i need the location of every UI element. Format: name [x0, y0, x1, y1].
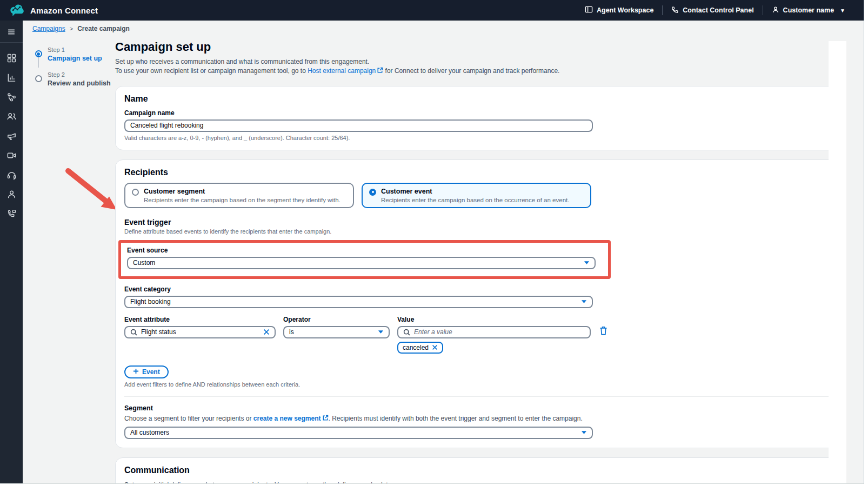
step-2-indicator	[35, 75, 42, 82]
page-description2-prefix: To use your own recipient list or campai…	[115, 67, 308, 75]
search-icon	[130, 329, 137, 336]
add-event-button[interactable]: Event	[124, 365, 169, 378]
scrollbar-gutter[interactable]	[829, 41, 846, 483]
agent-workspace-button[interactable]: Agent Workspace	[576, 5, 662, 15]
communication-description: Set up an initial delivery mode to engag…	[124, 481, 829, 484]
dashboard-icon[interactable]	[0, 48, 23, 68]
chevron-down-icon	[378, 328, 384, 336]
red-highlight-box: Event source Custom	[118, 240, 611, 279]
page-description-line2: To use your own recipient list or campai…	[115, 67, 838, 76]
step-connector-line	[38, 57, 39, 68]
radio-unselected-icon	[132, 189, 139, 196]
customer-name-label: Customer name	[783, 6, 834, 14]
breadcrumb-campaigns-link[interactable]: Campaigns	[32, 25, 65, 32]
breadcrumb-current: Create campaign	[77, 25, 130, 32]
value-field[interactable]	[397, 326, 591, 338]
step-navigation: Step 1 Campaign set up Step 2 Review and…	[35, 43, 116, 92]
value-token-row: canceled	[397, 342, 829, 354]
step-1-title[interactable]: Campaign set up	[48, 55, 102, 62]
top-navigation-bar: Amazon Connect Agent Workspace Contact C…	[0, 0, 864, 21]
profile-icon[interactable]	[0, 184, 23, 204]
breadcrumb-separator: >	[70, 25, 73, 32]
users-icon[interactable]	[0, 107, 23, 126]
contact-phone-icon[interactable]	[0, 204, 23, 223]
communication-card-title: Communication	[124, 466, 829, 475]
search-icon	[403, 329, 410, 336]
breadcrumb: Campaigns > Create campaign	[32, 25, 130, 32]
main-panel: Campaign set up Set up who receives a co…	[115, 40, 838, 484]
contact-control-panel-button[interactable]: Contact Control Panel	[663, 6, 762, 15]
clear-attribute-icon[interactable]	[263, 329, 270, 335]
delete-filter-button[interactable]	[599, 326, 607, 337]
headset-icon[interactable]	[0, 165, 23, 184]
operator-value: is	[289, 328, 294, 336]
app-window: Amazon Connect Agent Workspace Contact C…	[0, 0, 864, 484]
section-divider	[124, 396, 829, 397]
customer-name-menu[interactable]: Customer name ▼	[763, 6, 854, 15]
campaign-name-help: Valid characters are a-z, 0-9, - (hyphen…	[124, 135, 829, 141]
token-text: canceled	[403, 344, 429, 351]
customer-event-description: Recipients enter the campaign based on t…	[381, 197, 569, 203]
step-2-title[interactable]: Review and publish	[48, 79, 111, 87]
customer-segment-description: Recipients enter the campaign based on t…	[144, 197, 340, 203]
event-attribute-label: Event attribute	[124, 316, 276, 323]
agent-workspace-label: Agent Workspace	[597, 6, 653, 14]
workspace-panel-icon	[585, 5, 593, 15]
chevron-down-icon: ▼	[840, 8, 845, 14]
event-source-select[interactable]: Custom	[127, 257, 596, 269]
campaigns-icon[interactable]	[0, 126, 23, 145]
video-icon[interactable]	[0, 145, 23, 165]
segment-desc-suffix: . Recipients must identify with both the…	[329, 415, 583, 422]
plus-icon	[133, 368, 139, 376]
add-event-label: Event	[142, 368, 160, 376]
event-category-select[interactable]: Flight booking	[124, 296, 593, 308]
value-token-chip: canceled	[397, 342, 443, 354]
step-2: Step 2 Review and publish	[35, 68, 116, 92]
event-source-label: Event source	[127, 247, 602, 254]
customer-event-option[interactable]: Customer event Recipients enter the camp…	[362, 183, 591, 208]
event-category-value: Flight booking	[130, 298, 171, 305]
routing-icon[interactable]	[0, 87, 23, 107]
external-link-icon	[322, 415, 329, 423]
chevron-down-icon	[581, 298, 587, 305]
segment-description: Choose a segment to filter your recipien…	[124, 415, 829, 423]
external-link-icon	[377, 67, 383, 76]
event-category-label: Event category	[124, 285, 829, 293]
customer-event-label: Customer event	[381, 188, 569, 195]
value-label: Value	[397, 316, 591, 323]
recipients-card: Recipients Customer segment Recipients e…	[115, 159, 838, 448]
segment-select[interactable]: All customers	[124, 427, 593, 439]
host-external-campaign-link[interactable]: Host external campaign	[308, 67, 376, 75]
chevron-down-icon	[584, 259, 590, 267]
recipient-type-tiles: Customer segment Recipients enter the ca…	[124, 183, 829, 208]
step-1-label: Step 1	[48, 46, 102, 53]
value-input[interactable]	[414, 328, 585, 336]
segment-value: All customers	[130, 429, 169, 436]
event-trigger-heading: Event trigger	[124, 218, 829, 227]
communication-card: Communication Set up an initial delivery…	[115, 457, 838, 484]
create-new-segment-link[interactable]: create a new segment	[253, 415, 321, 422]
operator-label: Operator	[283, 316, 390, 323]
step-2-label: Step 2	[48, 71, 111, 78]
phone-icon	[671, 6, 679, 15]
radio-selected-icon	[369, 189, 376, 196]
event-attribute-field[interactable]	[124, 326, 276, 338]
event-attribute-input[interactable]	[141, 328, 259, 336]
add-event-help: Add event filters to define AND relation…	[124, 381, 829, 388]
content-area: Campaigns > Create campaign Step 1 Campa…	[23, 21, 846, 483]
customer-segment-option[interactable]: Customer segment Recipients enter the ca…	[124, 183, 354, 208]
amazon-connect-logo-icon	[8, 2, 25, 19]
event-category-block: Event category Flight booking	[124, 285, 829, 308]
segment-label: Segment	[124, 404, 829, 412]
brand: Amazon Connect	[8, 2, 98, 19]
customer-segment-label: Customer segment	[144, 188, 340, 195]
name-card-title: Name	[124, 94, 829, 104]
campaign-name-label: Campaign name	[124, 109, 829, 117]
menu-icon[interactable]	[0, 21, 23, 43]
remove-token-icon[interactable]	[432, 344, 438, 350]
operator-select[interactable]: is	[283, 326, 390, 338]
chevron-down-icon	[581, 429, 587, 436]
metrics-icon[interactable]	[0, 68, 23, 87]
campaign-name-input[interactable]	[130, 122, 587, 129]
segment-desc-prefix: Choose a segment to filter your recipien…	[124, 415, 253, 422]
